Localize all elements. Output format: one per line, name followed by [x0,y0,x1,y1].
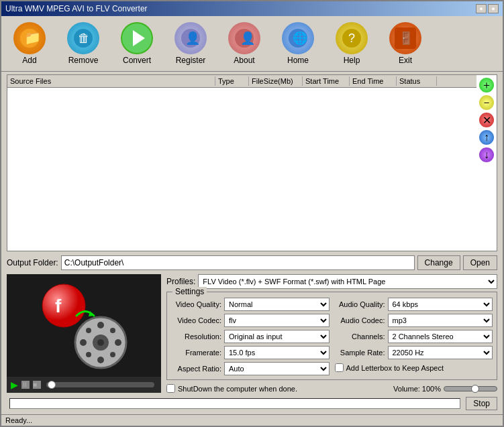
svg-point-24 [110,352,115,357]
shutdown-row: ShutDown the computer when done. [166,384,297,393]
main-progress-bar [9,398,460,409]
settings-grid: Video Quality: Normal Video Codec: flv [171,298,493,375]
audio-codec-label: Audio Codec: [335,316,385,324]
register-label: Register [176,56,206,65]
remove-label: Remove [68,56,99,65]
toolbar-convert-button[interactable]: Convert [110,19,164,68]
file-list[interactable] [7,88,476,188]
toolbar-add-button[interactable]: 📁 Add [3,19,56,68]
move-down-button[interactable]: ↓ [479,147,494,162]
channels-label: Channels: [335,332,385,341]
playback-bar: ▶ ⏸ ■ [7,377,161,393]
play-button[interactable]: ▶ [11,379,18,390]
profiles-label: Profiles: [166,277,195,286]
channels-row: Channels: 2 Channels Stereo [335,330,493,343]
aspect-ratio-label: Aspect Ratio: [171,365,221,373]
output-folder-row: Output Folder: Change Open [7,254,497,271]
aspect-ratio-select[interactable]: Auto [224,362,330,375]
settings-right: Audio Quality: 64 kbps Audio Codec: mp3 [335,298,493,375]
move-up-button[interactable]: ↑ [479,130,494,145]
toolbar-exit-button[interactable]: 🚪 Exit [379,19,432,68]
svg-text:🌐: 🌐 [293,31,308,46]
remove-icon: 🗑 [67,22,99,54]
audio-quality-label: Audio Quality: [335,300,385,308]
add-file-button[interactable]: ＋ [479,78,494,93]
title-bar-buttons: ● ● [476,4,499,13]
progress-thumb [48,381,56,389]
resolution-select[interactable]: Original as input [224,330,330,343]
shutdown-label: ShutDown the computer when done. [178,385,297,393]
settings-area: Profiles: FLV Video (*.flv) + SWF Format… [166,274,497,393]
stop-button[interactable]: Stop [466,397,497,410]
audio-codec-row: Audio Codec: mp3 [335,314,493,327]
svg-text:📁: 📁 [24,29,40,46]
volume-slider[interactable] [444,386,497,391]
change-button[interactable]: Change [417,255,460,270]
main-window: Ultra WMV MPEG AVI to FLV Converter ● ● … [0,0,504,427]
volume-row: Volume: 100% [393,385,497,393]
exit-label: Exit [399,56,412,65]
audio-quality-select[interactable]: 64 kbps [388,298,493,311]
svg-text:🚪: 🚪 [399,31,414,46]
add-icon: 📁 [13,22,46,54]
svg-text:🗑: 🗑 [78,32,90,45]
col-start-time: Start Time [303,76,350,86]
delete-file-button[interactable]: ✕ [479,113,494,127]
svg-point-19 [97,322,104,328]
preview-area: f ▶ ⏸ ■ [7,274,161,393]
bottom-controls-row: ShutDown the computer when done. Volume:… [166,384,497,393]
home-icon: 🌐 [282,22,314,54]
file-table: Source Files Type FileSize(Mb) Start Tim… [7,75,476,251]
sample-rate-select[interactable]: 22050 Hz [388,346,493,359]
toolbar-register-button[interactable]: 👤 Register [164,19,217,68]
col-end-time: End Time [350,76,397,86]
table-header: Source Files Type FileSize(Mb) Start Tim… [7,75,476,88]
progress-slider[interactable] [46,382,154,387]
exit-icon: 🚪 [389,22,421,54]
main-content: Source Files Type FileSize(Mb) Start Tim… [1,72,503,414]
status-bar: Ready... [1,414,503,426]
minimize-button[interactable]: ● [476,4,487,13]
svg-point-21 [80,339,87,346]
letterbox-checkbox[interactable] [335,363,344,372]
col-type: Type [215,76,249,86]
side-buttons: ＋ － ✕ ↑ ↓ [476,75,497,251]
remove-file-button[interactable]: － [479,95,494,110]
settings-left: Video Quality: Normal Video Codec: flv [171,298,330,375]
framerate-select[interactable]: 15.0 fps [224,346,330,359]
shutdown-checkbox[interactable] [166,384,175,393]
toolbar-remove-button[interactable]: 🗑 Remove [56,19,110,68]
progress-row: Stop [7,395,497,412]
toolbar: 📁 Add 🗑 Remove Convert [1,16,503,72]
sample-rate-row: Sample Rate: 22050 Hz [335,346,493,359]
profiles-select[interactable]: FLV Video (*.flv) + SWF Format (*.swf) w… [198,274,497,289]
toolbar-home-button[interactable]: 🌐 Home [271,19,325,68]
svg-point-25 [110,328,115,333]
output-folder-input[interactable] [61,255,415,270]
maximize-button[interactable]: ● [488,4,499,13]
window-title: Ultra WMV MPEG AVI to FLV Converter [5,4,148,13]
svg-text:👤: 👤 [185,31,201,46]
stop-small-button[interactable]: ■ [33,381,41,389]
video-codec-select[interactable]: flv [224,314,330,327]
resolution-row: Resolution: Original as input [171,330,330,343]
preview-image: f [7,274,161,377]
toolbar-about-button[interactable]: 👤 About [217,19,271,68]
letterbox-row: Add Letterbox to Keep Aspect [335,363,493,372]
svg-point-20 [97,357,104,363]
convert-label: Convert [123,56,151,65]
toolbar-help-button[interactable]: ? Help [325,19,379,68]
svg-text:?: ? [348,32,355,45]
svg-point-22 [115,339,121,346]
audio-codec-select[interactable]: mp3 [388,314,493,327]
framerate-label: Framerate: [171,349,221,357]
pause-button[interactable]: ⏸ [21,381,30,389]
video-quality-row: Video Quality: Normal [171,298,330,311]
home-label: Home [287,56,309,65]
framerate-row: Framerate: 15.0 fps [171,346,330,359]
volume-label: Volume: 100% [393,385,441,393]
open-button[interactable]: Open [463,255,497,270]
channels-select[interactable]: 2 Channels Stereo [388,330,493,343]
file-table-container: Source Files Type FileSize(Mb) Start Tim… [7,74,497,251]
video-quality-select[interactable]: Normal [224,298,330,311]
